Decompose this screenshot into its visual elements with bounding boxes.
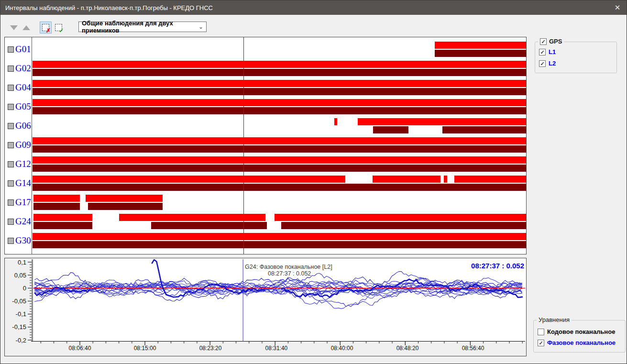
satellite-label: G01 [15, 44, 31, 54]
signal-label: L1 [549, 48, 556, 55]
interval-bar-g14-l1[interactable] [373, 176, 440, 183]
time-cursor-line [243, 37, 244, 254]
cursor-value-label: 08:27:37 : 0.052 [471, 262, 524, 270]
equation-item: ✓Фазовое поканальное [538, 339, 616, 346]
satellite-label: G12 [15, 159, 31, 169]
interval-bar-g24-l1[interactable] [33, 214, 92, 221]
satellite-label: G14 [15, 178, 31, 188]
interval-bar-g12-l1[interactable] [33, 156, 526, 164]
interval-bar-g05-l1[interactable] [33, 99, 526, 106]
interval-bar-g17-l1[interactable] [33, 195, 80, 202]
equation-label: Фазовое поканальное [547, 339, 616, 346]
satellite-checkbox[interactable] [8, 46, 14, 53]
interval-bar-g04-l2[interactable] [33, 88, 526, 95]
x-tick-label: 08:15:00 [134, 345, 156, 352]
title-bar: Интервалы наблюдений - п.тр.Николаевск-п… [0, 0, 627, 15]
interval-bar-g24-l2[interactable] [281, 222, 526, 229]
equation-item: Кодовое поканальное [538, 328, 615, 335]
interval-bar-g01-l2[interactable] [435, 50, 526, 57]
dashed-square-check-icon: ✓ [55, 24, 62, 31]
interval-bar-g24-l2[interactable] [33, 222, 92, 229]
interval-bar-g06-l2[interactable] [373, 126, 408, 133]
interval-bar-g02-l1[interactable] [33, 61, 526, 68]
interval-bar-g30-l2[interactable] [33, 241, 526, 248]
satellite-checkbox[interactable] [8, 219, 14, 225]
residuals-chart-svg: 0,10,050-0,05-0,1-0,15-0,208:06:4008:15:… [5, 258, 526, 356]
interval-bar-g06-l1[interactable] [358, 118, 526, 125]
accept-interval-button[interactable]: ✓ [53, 22, 65, 33]
x-tick-label: 08:23:20 [199, 345, 222, 352]
equation-checkbox[interactable] [538, 329, 544, 335]
label-column-separator [32, 37, 32, 254]
interval-bar-g14-l1[interactable] [33, 176, 345, 183]
interval-bar-g09-l1[interactable] [33, 137, 526, 144]
interval-bar-g24-l1[interactable] [275, 214, 526, 221]
gps-group-legend: ✓ GPS [538, 38, 564, 45]
satellite-label: G17 [15, 198, 31, 207]
satellite-checkbox[interactable] [8, 123, 14, 129]
residuals-chart-panel[interactable]: 0,10,050-0,05-0,1-0,15-0,208:06:4008:15:… [4, 258, 527, 356]
check-mark-icon: ✓ [59, 27, 64, 34]
satellite-checkbox[interactable] [8, 142, 14, 148]
satellite-label: G24 [15, 217, 31, 226]
x-tick-label: 08:06:40 [69, 345, 91, 352]
cursor-annotation-series: G24: Фазовое поканальное [L2] [245, 264, 332, 270]
satellite-checkbox[interactable] [8, 85, 14, 91]
interval-bar-g30-l1[interactable] [33, 233, 526, 240]
app-window: Интервалы наблюдений - п.тр.Николаевск-п… [0, 0, 627, 364]
reject-interval-button[interactable]: ✗ [40, 22, 52, 33]
close-button[interactable]: ✕ [610, 0, 625, 15]
equations-group-title: Уравнения [539, 316, 570, 323]
satellite-label: G02 [15, 64, 31, 73]
y-tick-label: 0,1 [18, 259, 26, 266]
interval-bar-g24-l2[interactable] [151, 222, 267, 229]
move-up-button[interactable] [20, 22, 32, 33]
signal-checkbox-l1[interactable]: ✓ [539, 49, 546, 55]
satellite-checkbox[interactable] [8, 66, 14, 72]
gps-filter-group: ✓ GPS ✓L1✓L2 [535, 42, 617, 73]
signal-filter-item: ✓L2 [539, 60, 556, 67]
interval-bar-g02-l2[interactable] [33, 69, 526, 76]
x-tick-label: 08:40:00 [331, 345, 353, 352]
y-tick-label: 0 [23, 285, 26, 292]
interval-bar-g04-l1[interactable] [33, 80, 526, 87]
y-tick-label: -0,2 [16, 337, 26, 344]
interval-bar-g17-l2[interactable] [88, 203, 163, 210]
move-down-button[interactable] [8, 22, 20, 33]
y-tick-label: -0,1 [16, 310, 26, 318]
y-tick-label: -0,05 [12, 298, 26, 305]
chevron-down-icon: ⌄ [198, 23, 203, 30]
intervals-panel: G01G02G04G05G06G09G12G14G17G24G30 [4, 37, 527, 254]
interval-bar-g06-l1[interactable] [334, 118, 337, 125]
y-tick-label: 0,05 [14, 272, 26, 279]
signal-filter-item: ✓L1 [539, 48, 556, 55]
x-tick-label: 08:56:40 [462, 345, 484, 352]
satellite-checkbox[interactable] [8, 161, 14, 167]
dropdown-value: Общие наблюдения для двух приемников [82, 20, 198, 34]
equation-checkbox[interactable]: ✓ [538, 340, 544, 346]
interval-bar-g17-l2[interactable] [33, 203, 80, 210]
interval-bar-g14-l1[interactable] [454, 176, 526, 183]
interval-bar-g12-l2[interactable] [33, 165, 526, 172]
interval-bar-g06-l2[interactable] [442, 126, 526, 133]
triangle-down-icon [10, 25, 18, 30]
observations-dropdown[interactable]: Общие наблюдения для двух приемников ⌄ [78, 22, 207, 32]
interval-bar-g01-l1[interactable] [435, 42, 526, 49]
interval-bar-g09-l2[interactable] [33, 145, 526, 153]
gps-checkbox[interactable]: ✓ [540, 38, 547, 45]
satellite-checkbox[interactable] [8, 104, 14, 110]
interval-bar-g14-l1[interactable] [444, 176, 447, 183]
x-tick-label: 08:48:20 [396, 345, 419, 352]
satellite-checkbox[interactable] [8, 180, 14, 187]
satellite-checkbox[interactable] [8, 199, 14, 206]
satellite-label: G06 [15, 121, 31, 131]
interval-bar-g14-l2[interactable] [33, 184, 526, 191]
gps-group-title: GPS [549, 38, 562, 45]
interval-bar-g17-l1[interactable] [86, 195, 163, 202]
signal-checkbox-l2[interactable]: ✓ [539, 60, 546, 67]
satellite-label: G04 [15, 83, 31, 92]
equations-group-legend: Уравнения [537, 316, 572, 323]
satellite-checkbox[interactable] [8, 238, 14, 244]
x-mark-icon: ✗ [46, 27, 51, 34]
interval-bar-g05-l2[interactable] [33, 107, 526, 114]
